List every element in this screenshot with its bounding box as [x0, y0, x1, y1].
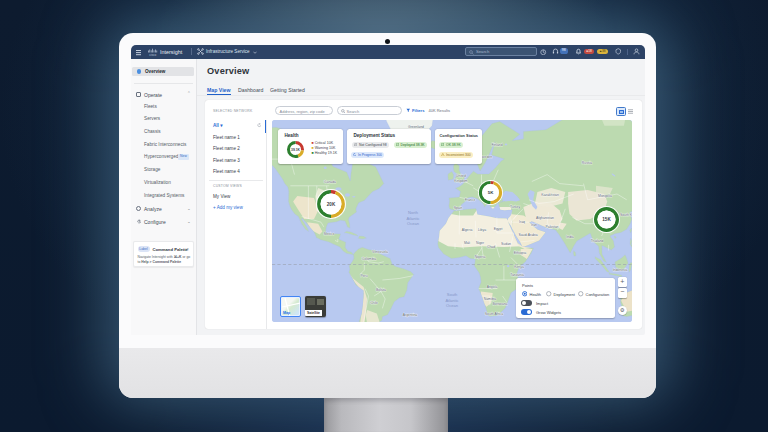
svg-text:Sudan: Sudan	[501, 242, 511, 246]
svg-text:Namibia: Namibia	[484, 296, 497, 300]
svg-text:39.1K: 39.1K	[291, 147, 300, 151]
svg-text:South Africa: South Africa	[485, 311, 503, 315]
svg-text:Iran: Iran	[531, 223, 537, 227]
svg-text:Atlantic: Atlantic	[406, 215, 419, 220]
svg-text:Turkey: Turkey	[510, 205, 521, 209]
svg-text:France: France	[465, 198, 476, 202]
svg-text:Angola: Angola	[487, 285, 498, 289]
svg-text:Spain: Spain	[454, 205, 463, 209]
svg-text:Kazakhstan: Kazakhstan	[541, 193, 559, 197]
svg-text:Ethiopia: Ethiopia	[514, 251, 526, 255]
svg-text:Peru: Peru	[360, 274, 367, 278]
svg-text:Kenya: Kenya	[514, 265, 524, 269]
svg-text:Thailand: Thailand	[590, 239, 603, 243]
svg-text:15K: 15K	[602, 217, 611, 222]
svg-text:Sweden: Sweden	[480, 155, 492, 159]
svg-text:Tanzania: Tanzania	[510, 273, 524, 277]
svg-text:Bolivia: Bolivia	[376, 287, 386, 291]
svg-text:Atlantic: Atlantic	[445, 297, 458, 302]
svg-text:Niger: Niger	[476, 241, 485, 245]
svg-text:Pakistan: Pakistan	[545, 225, 558, 229]
svg-text:Mali: Mali	[464, 241, 470, 245]
svg-text:South K: South K	[620, 212, 632, 216]
svg-text:North: North	[408, 210, 418, 215]
svg-text:Saudi Arabia: Saudi Arabia	[518, 233, 537, 237]
svg-text:Greenland: Greenland	[408, 124, 424, 128]
svg-text:Ocean: Ocean	[407, 221, 419, 226]
svg-text:Canada: Canada	[324, 180, 336, 184]
svg-text:Argentina: Argentina	[403, 312, 418, 316]
svg-text:Chile: Chile	[370, 300, 378, 304]
svg-text:Chad: Chad	[487, 244, 495, 248]
svg-text:India: India	[566, 235, 573, 239]
svg-text:Algeria: Algeria	[462, 227, 473, 231]
svg-text:5K: 5K	[487, 190, 493, 195]
svg-text:Iraq: Iraq	[519, 220, 525, 224]
svg-text:Afghanistan: Afghanistan	[536, 215, 554, 219]
svg-text:Kingdom: Kingdom	[454, 178, 468, 182]
svg-text:Egypt: Egypt	[494, 227, 503, 231]
svg-text:Venezuela: Venezuela	[372, 250, 388, 254]
svg-text:Mongolia: Mongolia	[598, 194, 612, 198]
svg-text:Ocean: Ocean	[446, 303, 458, 308]
svg-text:20K: 20K	[326, 202, 335, 207]
svg-text:Libya: Libya	[478, 227, 486, 231]
svg-text:Mexico: Mexico	[324, 232, 335, 236]
svg-text:South: South	[447, 292, 457, 297]
svg-text:Nigeria: Nigeria	[475, 255, 486, 259]
svg-text:Indonesia: Indonesia	[613, 267, 628, 271]
svg-text:Finland: Finland	[491, 143, 502, 147]
svg-text:United: United	[456, 174, 466, 178]
svg-text:Botswana: Botswana	[493, 301, 508, 305]
svg-text:Colombia: Colombia	[362, 256, 376, 260]
svg-text:cisco: cisco	[149, 53, 156, 57]
svg-text:Russia: Russia	[582, 160, 592, 164]
